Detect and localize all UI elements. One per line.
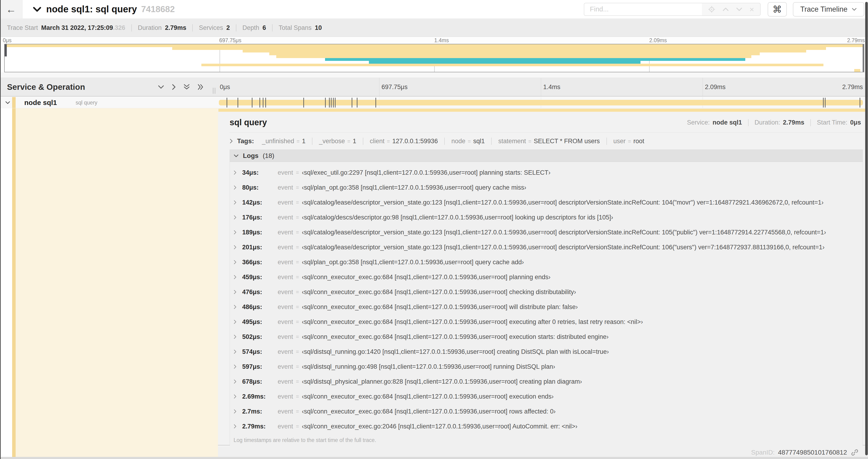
meta-value: 2.79ms bbox=[165, 24, 186, 31]
left-edge-scrollbar[interactable] bbox=[0, 0, 1, 459]
log-row[interactable]: 476μs: event = ‹sql/conn_executor_exec.g… bbox=[230, 285, 863, 299]
log-marker bbox=[325, 98, 326, 107]
log-row[interactable]: 2.7ms: event = ‹sql/conn_executor_exec.g… bbox=[230, 404, 863, 419]
minimap-tick-label: 2.09ms bbox=[649, 37, 667, 44]
find-prev-chevron-up-icon[interactable] bbox=[722, 7, 729, 11]
span-timeline-area[interactable] bbox=[217, 97, 864, 108]
log-equals: = bbox=[296, 244, 299, 251]
log-row[interactable]: 486μs: event = ‹sql/conn_executor_exec.g… bbox=[230, 299, 863, 315]
log-chevron-right-icon[interactable] bbox=[234, 320, 237, 324]
span-duration-bar[interactable] bbox=[219, 100, 863, 105]
gripper-line bbox=[213, 88, 214, 94]
log-row[interactable]: 201μs: event = ‹sql/catalog/lease/descri… bbox=[230, 240, 863, 255]
collapse-trace-chevron-down-icon[interactable] bbox=[33, 6, 41, 12]
keyboard-shortcuts-button[interactable]: ⌘ bbox=[768, 2, 787, 17]
log-row[interactable]: 142μs: event = ‹sql/catalog/lease/descri… bbox=[230, 195, 863, 210]
log-row[interactable]: 574μs: event = ‹sql/distsql_running.go:1… bbox=[230, 344, 863, 359]
meta-value: 10 bbox=[315, 24, 322, 31]
tag-key: node bbox=[451, 138, 465, 145]
log-field-key: event bbox=[278, 378, 293, 385]
horizontal-scrollbar-track[interactable] bbox=[0, 457, 868, 459]
log-chevron-right-icon[interactable] bbox=[234, 200, 237, 205]
trace-meta-item: Duration 2.79ms bbox=[131, 24, 186, 31]
log-row[interactable]: 597μs: event = ‹sql/distsql_running.go:4… bbox=[230, 359, 863, 374]
log-equals: = bbox=[296, 259, 299, 265]
vertical-scrollbar-thumb[interactable] bbox=[865, 2, 868, 455]
log-chevron-right-icon[interactable] bbox=[234, 379, 237, 384]
deep-link-icon[interactable] bbox=[851, 449, 859, 456]
span-row-node-sql1[interactable]: node sql1 sql query bbox=[0, 97, 868, 108]
log-field-key: event bbox=[278, 244, 293, 251]
log-chevron-right-icon[interactable] bbox=[234, 349, 237, 354]
span-collapse-chevron-down-icon[interactable] bbox=[5, 101, 10, 104]
log-marker bbox=[375, 98, 376, 107]
logs-chevron-down-icon[interactable] bbox=[234, 154, 239, 157]
log-row[interactable]: 189μs: event = ‹sql/catalog/lease/descri… bbox=[230, 225, 863, 240]
log-field-key: event bbox=[278, 348, 293, 355]
log-chevron-right-icon[interactable] bbox=[234, 170, 237, 175]
locate-target-icon[interactable] bbox=[708, 6, 715, 13]
tag-item: _unfinished = 1 bbox=[262, 138, 306, 145]
log-chevron-right-icon[interactable] bbox=[234, 260, 237, 264]
log-chevron-right-icon[interactable] bbox=[234, 230, 237, 235]
log-chevron-right-icon[interactable] bbox=[234, 290, 237, 294]
log-field-key: event bbox=[278, 169, 293, 176]
log-chevron-right-icon[interactable] bbox=[234, 185, 237, 190]
trace-meta-item: Total Spans 10 bbox=[272, 24, 322, 31]
minimap-left-scrubber-handle[interactable] bbox=[5, 44, 7, 57]
find-clear-x-icon[interactable]: × bbox=[749, 5, 754, 13]
service-value: node sql1 bbox=[713, 119, 742, 126]
log-equals: = bbox=[296, 199, 299, 206]
find-input[interactable] bbox=[584, 3, 702, 16]
log-chevron-right-icon[interactable] bbox=[234, 409, 237, 414]
view-selector-label: Trace Timeline bbox=[800, 5, 847, 13]
log-row[interactable]: 34μs: event = ‹sql/exec_util.go:2297 [ns… bbox=[230, 165, 863, 180]
log-chevron-right-icon[interactable] bbox=[234, 275, 237, 280]
expand-one-chevron-right-icon[interactable] bbox=[172, 84, 176, 90]
log-field-value: ‹sql/conn_executor_exec.go:2046 [nsql1,c… bbox=[302, 423, 578, 430]
start-time-value: 0μs bbox=[850, 119, 861, 126]
back-button[interactable]: ← bbox=[0, 0, 22, 19]
logs-header[interactable]: Logs (18) bbox=[230, 150, 863, 162]
log-field-key: event bbox=[278, 289, 293, 296]
log-row[interactable]: 495μs: event = ‹sql/conn_executor_exec.g… bbox=[230, 315, 863, 329]
log-timestamp: 476μs: bbox=[242, 289, 278, 296]
log-chevron-right-icon[interactable] bbox=[234, 394, 237, 399]
log-row[interactable]: 176μs: event = ‹sql/catalog/descs/descri… bbox=[230, 210, 863, 225]
meta-value: March 31 2022, 17:25:09 bbox=[41, 24, 113, 31]
log-row[interactable]: 459μs: event = ‹sql/conn_executor_exec.g… bbox=[230, 270, 863, 285]
column-resize-gripper[interactable] bbox=[213, 88, 215, 94]
view-selector-button[interactable]: Trace Timeline bbox=[793, 2, 864, 17]
log-field-key: event bbox=[278, 363, 293, 370]
log-marker bbox=[303, 98, 304, 107]
tags-row[interactable]: Tags: _unfinished = 1 _verbose = 1 clien… bbox=[229, 133, 863, 150]
tags-chevron-right-icon[interactable] bbox=[229, 138, 233, 144]
log-row[interactable]: 80μs: event = ‹sql/plan_opt.go:358 [nsql… bbox=[230, 180, 863, 195]
collapse-all-double-chevron-down-icon[interactable] bbox=[183, 84, 190, 90]
log-chevron-right-icon[interactable] bbox=[234, 215, 237, 220]
chevron-down-icon bbox=[852, 8, 857, 11]
minimap-right-scrubber-handle[interactable] bbox=[863, 44, 864, 72]
log-row[interactable]: 2.69ms: event = ‹sql/conn_executor_exec.… bbox=[230, 389, 863, 404]
log-chevron-right-icon[interactable] bbox=[234, 334, 237, 339]
log-chevron-right-icon[interactable] bbox=[234, 245, 237, 250]
expand-all-double-chevron-right-icon[interactable] bbox=[197, 84, 204, 90]
collapse-one-chevron-down-icon[interactable] bbox=[158, 85, 164, 89]
log-row[interactable]: 502μs: event = ‹sql/conn_executor_exec.g… bbox=[230, 329, 863, 344]
find-next-chevron-down-icon[interactable] bbox=[736, 7, 742, 11]
log-field-value: ‹sql/conn_executor_exec.go:684 [nsql1,cl… bbox=[302, 289, 576, 296]
log-row[interactable]: 366μs: event = ‹sql/plan_opt.go:358 [nsq… bbox=[230, 255, 863, 270]
log-chevron-right-icon[interactable] bbox=[234, 424, 237, 429]
log-field-key: event bbox=[278, 303, 293, 311]
log-chevron-right-icon[interactable] bbox=[234, 305, 237, 309]
detail-title-row[interactable]: sql query Service: node sql1 Duration: 2… bbox=[229, 108, 863, 132]
tag-item: node = sql1 bbox=[444, 138, 485, 145]
minimap-canvas[interactable] bbox=[4, 44, 864, 72]
span-id-label: SpanID: bbox=[751, 449, 775, 456]
tag-equals: = bbox=[528, 138, 531, 144]
log-row[interactable]: 2.79ms: event = ‹sql/conn_executor_exec.… bbox=[230, 419, 863, 434]
log-chevron-right-icon[interactable] bbox=[234, 364, 237, 369]
span-detail-panel: sql query Service: node sql1 Duration: 2… bbox=[218, 108, 868, 446]
log-row[interactable]: 678μs: event = ‹sql/distsql_physical_pla… bbox=[230, 374, 863, 389]
minimap-tick-label: 1.4ms bbox=[434, 37, 449, 44]
